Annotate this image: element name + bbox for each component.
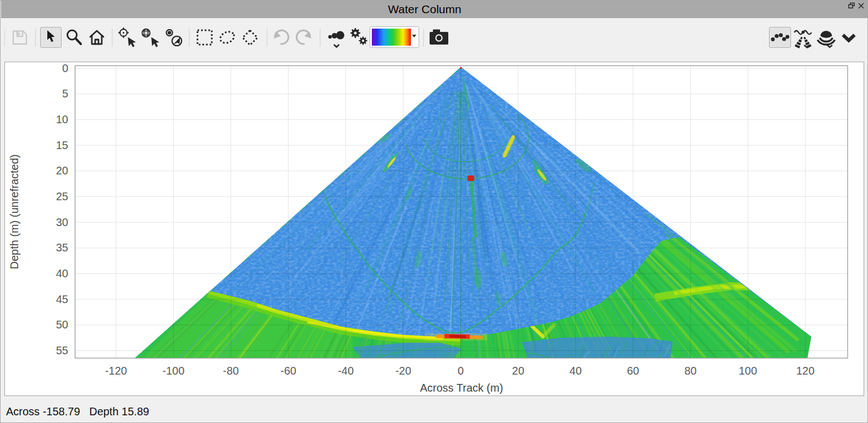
svg-text:-100: -100 [162,365,184,377]
svg-text:15: 15 [56,139,68,151]
svg-text:30: 30 [56,216,68,228]
svg-text:40: 40 [56,267,68,279]
svg-text:25: 25 [56,190,68,202]
svg-text:5: 5 [62,87,68,100]
svg-text:60: 60 [627,365,639,377]
svg-text:-80: -80 [223,365,239,377]
svg-text:0: 0 [62,62,68,74]
svg-text:Depth (m) (unrefracted): Depth (m) (unrefracted) [8,155,20,270]
svg-text:50: 50 [56,318,68,331]
svg-text:Across Track (m): Across Track (m) [420,382,503,394]
svg-text:40: 40 [569,365,581,377]
svg-text:35: 35 [56,241,68,254]
svg-text:20: 20 [56,164,68,177]
svg-text:55: 55 [56,344,68,356]
svg-text:-60: -60 [281,365,296,377]
svg-text:80: 80 [684,365,696,377]
svg-text:-40: -40 [338,365,354,377]
svg-text:0: 0 [458,365,464,377]
svg-text:10: 10 [56,113,68,125]
svg-text:20: 20 [512,365,524,377]
svg-text:-20: -20 [395,365,411,377]
svg-text:45: 45 [56,293,68,305]
svg-text:100: 100 [739,365,757,377]
svg-text:120: 120 [796,365,814,377]
svg-text:-120: -120 [105,365,127,377]
